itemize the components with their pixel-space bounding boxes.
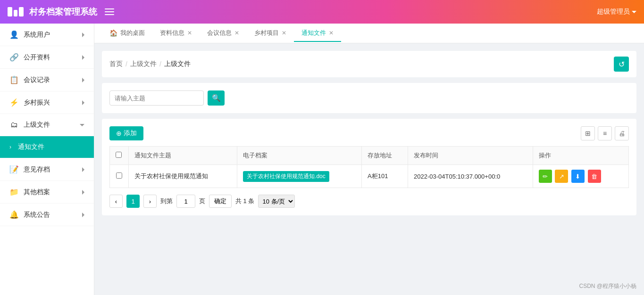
page-content: 首页 / 上级文件 / 上级文件 ↺ 🔍 [94, 43, 644, 295]
page-jump-input[interactable] [176, 195, 195, 208]
tab-data-info-label: 资料信息 [160, 29, 184, 37]
tabs-bar: 🏠 我的桌面 资料信息 ✕ 会议信息 ✕ 乡村项目 ✕ 通知文件 ✕ [94, 24, 644, 43]
header: 村务档案管理系统 超级管理员 [0, 0, 644, 24]
next-icon: › [149, 198, 151, 205]
add-label: 添加 [124, 129, 137, 138]
sidebar-item-system-user[interactable]: 👤 系统用户 [0, 24, 94, 46]
row-file: 关于农村社保使用规范通知.doc [237, 165, 362, 188]
sidebar-label-public-info: 公开资料 [24, 53, 50, 62]
table-row: 关于农村社保使用规范通知 关于农村社保使用规范通知.doc A柜101 2022… [110, 165, 629, 188]
row-subject: 关于农村社保使用规范通知 [129, 165, 237, 188]
header-right: 超级管理员 [597, 8, 636, 16]
sidebar-label-opinion-file: 意见存档 [24, 165, 50, 174]
tab-dashboard[interactable]: 🏠 我的桌面 [102, 25, 152, 42]
prev-page-button[interactable]: ‹ [109, 195, 123, 208]
user-menu[interactable]: 超级管理员 [597, 8, 636, 16]
chevron-right-icon [82, 55, 84, 60]
row-checkbox[interactable] [116, 172, 122, 179]
download-icon: ⬇ [575, 173, 580, 180]
row-actions: ✏ ↗ ⬇ 🗑 [533, 165, 628, 188]
breadcrumb: 首页 / 上级文件 / 上级文件 [109, 60, 191, 68]
file-tag[interactable]: 关于农村社保使用规范通知.doc [243, 171, 329, 182]
opinion-icon: 📝 [9, 165, 19, 174]
row-location: A柜101 [362, 165, 408, 188]
grid-view-button[interactable]: ⊞ [581, 126, 595, 140]
col-checkbox [110, 147, 129, 165]
chevron-right-icon [82, 78, 84, 82]
next-page-button[interactable]: › [143, 195, 157, 208]
clipboard-icon: 📋 [9, 75, 19, 84]
grid-icon: ⊞ [585, 130, 591, 137]
credit-text: CSDN @程序猿小小杨 [579, 283, 636, 289]
plus-icon: ⊕ [116, 130, 122, 137]
sidebar: 👤 系统用户 🔗 公开资料 📋 会议记录 ⚡ 乡村振兴 [0, 24, 94, 295]
to-page-label: 到第 [160, 197, 173, 205]
chevron-right-icon [82, 213, 84, 217]
hamburger-button[interactable] [103, 7, 116, 17]
column-view-button[interactable]: ≡ [598, 126, 612, 140]
search-button[interactable]: 🔍 [208, 90, 225, 106]
sidebar-item-rural-revival[interactable]: ⚡ 乡村振兴 [0, 91, 94, 114]
user-chevron-icon [632, 11, 636, 13]
sidebar-item-public-info[interactable]: 🔗 公开资料 [0, 46, 94, 69]
tab-close-icon[interactable]: ✕ [282, 30, 286, 36]
sidebar-item-other-file[interactable]: 📁 其他档案 [0, 181, 94, 204]
header-left: 村务档案管理系统 [8, 6, 116, 17]
app-title: 村务档案管理系统 [29, 6, 97, 17]
print-button[interactable]: 🖨 [615, 126, 629, 140]
col-action: 操作 [533, 147, 628, 165]
page-1-button[interactable]: 1 [126, 195, 140, 208]
lightning-icon: ⚡ [9, 98, 19, 107]
tab-notice-file[interactable]: 通知文件 ✕ [294, 25, 341, 42]
print-icon: 🖨 [619, 130, 625, 137]
prev-icon: ‹ [115, 198, 117, 205]
chevron-right-icon [82, 167, 84, 172]
sidebar-label-system-notice: 系统公告 [24, 211, 50, 219]
tab-data-info[interactable]: 资料信息 ✕ [152, 25, 200, 42]
sidebar-item-notice-file[interactable]: › 通知文件 [0, 136, 94, 158]
page-confirm-button[interactable]: 确定 [209, 195, 232, 208]
delete-button[interactable]: 🗑 [588, 170, 601, 183]
sidebar-label-system-user: 系统用户 [24, 31, 50, 39]
tab-meeting-info-label: 会议信息 [207, 29, 232, 37]
logo-icon [8, 7, 24, 16]
column-icon: ≡ [603, 130, 607, 137]
delete-icon: 🗑 [591, 173, 597, 180]
per-page-select[interactable]: 10 条/页 20 条/页 50 条/页 [258, 195, 295, 208]
col-subject: 通知文件主题 [129, 147, 237, 165]
sidebar-item-opinion-file[interactable]: 📝 意见存档 [0, 158, 94, 181]
breadcrumb-sep: / [159, 60, 161, 68]
sidebar-label-meeting-record: 会议记录 [24, 76, 50, 84]
select-all-checkbox[interactable] [116, 152, 122, 158]
search-input[interactable] [109, 90, 204, 106]
tab-close-icon[interactable]: ✕ [187, 30, 192, 36]
col-publish-time: 发布时间 [408, 147, 533, 165]
username-label: 超级管理员 [597, 8, 630, 16]
chevron-right-icon [82, 100, 84, 105]
refresh-button[interactable]: ↺ [614, 57, 629, 72]
edit-button[interactable]: ✏ [539, 170, 552, 183]
main-layout: 👤 系统用户 🔗 公开资料 📋 会议记录 ⚡ 乡村振兴 [0, 24, 644, 295]
tab-rural-project[interactable]: 乡村项目 ✕ [247, 25, 294, 42]
sidebar-item-meeting-record[interactable]: 📋 会议记录 [0, 69, 94, 91]
add-button[interactable]: ⊕ 添加 [109, 126, 143, 140]
sidebar-item-superior-file[interactable]: 🗂 上级文件 [0, 114, 94, 136]
sidebar-label-notice-file: 通知文件 [18, 143, 44, 151]
col-location: 存放地址 [362, 147, 408, 165]
download-button[interactable]: ⬇ [571, 170, 585, 183]
edit-icon: ✏ [543, 173, 548, 180]
table-scroll: 通知文件主题 电子档案 存放地址 发布时间 操作 [109, 146, 629, 188]
breadcrumb-home[interactable]: 首页 [109, 60, 123, 68]
tab-meeting-info[interactable]: 会议信息 ✕ [200, 25, 247, 42]
row-checkbox-cell [110, 165, 129, 188]
tab-close-icon[interactable]: ✕ [234, 30, 239, 36]
folder-icon: 🗂 [9, 121, 19, 129]
sidebar-item-system-notice[interactable]: 🔔 系统公告 [0, 204, 94, 226]
share-button[interactable]: ↗ [555, 170, 568, 183]
toolbar-icons: ⊞ ≡ 🖨 [581, 126, 629, 140]
breadcrumb-superior[interactable]: 上级文件 [130, 60, 157, 68]
content-area: 🏠 我的桌面 资料信息 ✕ 会议信息 ✕ 乡村项目 ✕ 通知文件 ✕ [94, 24, 644, 295]
breadcrumb-bar: 首页 / 上级文件 / 上级文件 ↺ [102, 51, 636, 77]
search-icon: 🔍 [212, 94, 221, 102]
tab-close-icon[interactable]: ✕ [329, 30, 334, 36]
